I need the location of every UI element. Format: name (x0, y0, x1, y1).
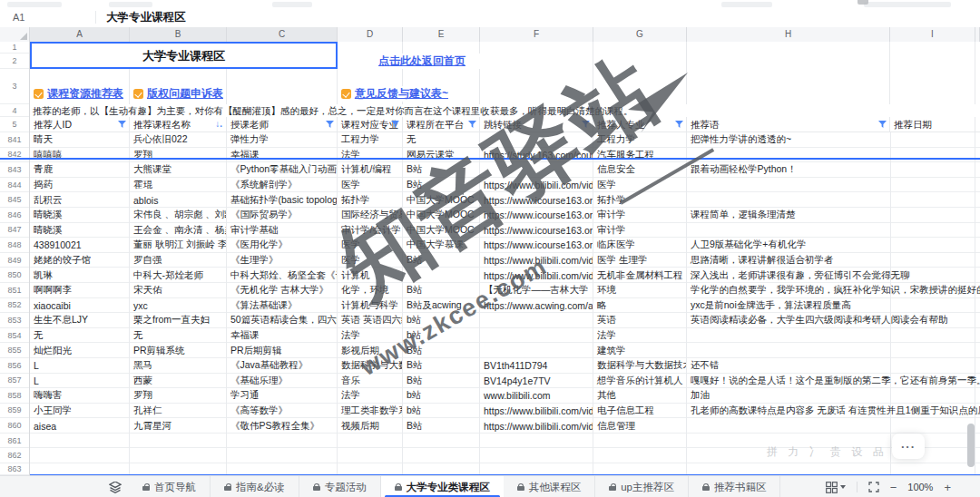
cell[interactable]: 审计学/会计学 (338, 223, 403, 239)
cell[interactable]: B站 (403, 358, 480, 374)
filter-icon[interactable] (582, 121, 590, 129)
cell[interactable]: 50篇英语精读合集，四六级考 (227, 313, 338, 328)
sheet-tab-推荐书籍区[interactable]: 推荐书籍区 (689, 476, 781, 497)
cell[interactable] (687, 343, 890, 358)
cell[interactable]: 略 (593, 298, 687, 314)
cell[interactable]: 孔祥仁 (130, 404, 227, 419)
sheet-list-button[interactable] (102, 476, 129, 497)
cell[interactable] (480, 132, 593, 148)
cell[interactable]: 罗翔 (130, 388, 227, 404)
cell[interactable]: 大熊课堂 (130, 162, 227, 178)
filter-header-cell[interactable]: 推荐课程名称↓. (130, 117, 227, 132)
cell[interactable]: https://www.acwing.com/activ (480, 298, 593, 314)
row-number[interactable]: 855 (0, 343, 29, 358)
cell[interactable]: 工程力学 (593, 132, 687, 148)
select-all-corner[interactable] (0, 27, 30, 42)
cell[interactable]: 环境 (593, 283, 687, 298)
sheet-tab-专题活动[interactable]: 专题活动 (299, 476, 381, 497)
column-header-B[interactable]: B (130, 27, 227, 42)
cell[interactable] (890, 328, 975, 344)
sort-desc-icon[interactable]: ↓. (215, 118, 222, 131)
quick-link-course-form[interactable]: 课程资源推荐表 (34, 86, 125, 102)
cell[interactable] (890, 253, 975, 268)
cell[interactable] (130, 463, 227, 475)
cell[interactable] (890, 463, 975, 475)
cell[interactable]: 法学 (593, 328, 687, 344)
row-number[interactable]: 841 (0, 132, 29, 148)
cell[interactable]: 深入浅出，老师讲课很有趣，旁征博引不会觉得无聊 (687, 268, 890, 283)
cell[interactable]: 中国大学慕课 (403, 238, 480, 253)
cell[interactable]: 《Python零基础入门动画课》 (227, 162, 338, 178)
row-number[interactable]: 854 (0, 328, 29, 344)
checkbox-icon[interactable] (133, 89, 143, 99)
row-number[interactable]: 863 (0, 463, 29, 475)
cell[interactable]: 法学 (338, 328, 403, 344)
cell[interactable]: 加油 (687, 388, 890, 404)
cell[interactable]: 嗨嗨害 (30, 388, 130, 404)
cell[interactable]: 学化学的自然要学，我学环境的，疯狂补化学知识，宋教授讲的挺好的 (687, 283, 890, 298)
cell[interactable]: 青鹿 (30, 162, 130, 178)
cell[interactable]: 人卫9版基础化学+有机化学 (687, 238, 890, 253)
cell[interactable]: 中国大学MOOC (403, 223, 480, 239)
cell[interactable]: 嘎嘎好！说的全是人话！这个是重制版的第二季，它还有前身第一季。 (687, 374, 890, 389)
cell[interactable]: 医学 (338, 178, 403, 193)
cell[interactable]: yxc是前noi金牌选手，算法课程质量高 (687, 298, 890, 314)
filter-header-cell[interactable]: 跳转链接 (480, 117, 593, 132)
cell[interactable]: B站 (403, 178, 480, 193)
filter-icon[interactable] (118, 121, 126, 129)
column-header-G[interactable]: G (593, 27, 687, 42)
cell[interactable]: 医学 生理学 (593, 253, 687, 268)
cell[interactable] (890, 208, 975, 223)
cell[interactable]: b站 (403, 313, 480, 328)
cell[interactable]: 视频后期 (338, 418, 403, 434)
row-number[interactable]: 848 (0, 238, 29, 253)
cell[interactable]: 审计学基础 (227, 223, 338, 239)
cell[interactable] (480, 463, 593, 475)
cell[interactable]: 中科大-郑烇老师 (130, 268, 227, 283)
filter-header-cell[interactable]: 推荐日期 (890, 117, 975, 132)
cell[interactable] (480, 434, 593, 449)
cell[interactable]: 乱积云 (30, 192, 130, 208)
cell[interactable]: 《无机化学 吉林大学》 (227, 283, 338, 298)
cell[interactable] (890, 223, 975, 239)
cell[interactable]: https://www.bilibili.com/video (480, 418, 593, 434)
cell[interactable]: 网易云课堂 (403, 148, 480, 163)
cell[interactable]: 弹性力学 (227, 132, 338, 148)
cell[interactable] (890, 388, 975, 404)
cell[interactable]: 嘻嘻嘻 (30, 148, 130, 163)
cell[interactable]: 无 (30, 328, 130, 344)
cell[interactable]: 兵心依旧022 (130, 132, 227, 148)
cell[interactable] (593, 448, 687, 463)
cell[interactable]: 宋伟良 、胡宗彪 、刘凯 (130, 208, 227, 223)
filter-icon[interactable] (675, 121, 683, 129)
cell[interactable]: 英语阅读精读必备，大学生四六级阅读和考研人阅读会有帮助 (687, 313, 890, 328)
cell[interactable] (227, 434, 338, 449)
row-number[interactable]: 846 (0, 208, 29, 223)
cell[interactable] (338, 434, 403, 449)
cell[interactable]: 捣药 (30, 178, 130, 193)
sheet-tab-up主推荐区[interactable]: up主推荐区 (595, 476, 689, 497)
cell[interactable]: 幸福课 (227, 148, 338, 163)
cell[interactable]: 晴晓溪 (30, 208, 130, 223)
formula-value[interactable]: 大学专业课程区 (106, 7, 186, 27)
cell[interactable] (480, 162, 593, 178)
cell[interactable]: B站 (403, 253, 480, 268)
cell[interactable]: 无 (403, 132, 480, 148)
cell[interactable] (687, 223, 890, 239)
row-number[interactable]: 1 (0, 42, 29, 54)
cell[interactable]: 法学 (338, 388, 403, 404)
cell[interactable]: https://www.icourse163.org/c (480, 223, 593, 239)
column-header-H[interactable]: H (687, 27, 890, 42)
row-number[interactable]: 844 (0, 178, 29, 193)
cell[interactable] (890, 178, 975, 193)
column-header-F[interactable]: F (480, 27, 593, 42)
cell[interactable]: L (30, 358, 130, 374)
row-number[interactable]: 853 (0, 313, 29, 328)
row-number[interactable]: 2 (0, 54, 29, 69)
vertical-scrollbar[interactable] (967, 424, 975, 467)
home-link[interactable]: 点击此处返回首页 (349, 54, 495, 69)
cell[interactable]: 晴晓溪 (30, 223, 130, 239)
merged-title-cell[interactable]: 大学专业课程区 (30, 42, 338, 69)
cell[interactable]: B站 (403, 343, 480, 358)
cell[interactable]: 中国大学MOOC (403, 208, 480, 223)
